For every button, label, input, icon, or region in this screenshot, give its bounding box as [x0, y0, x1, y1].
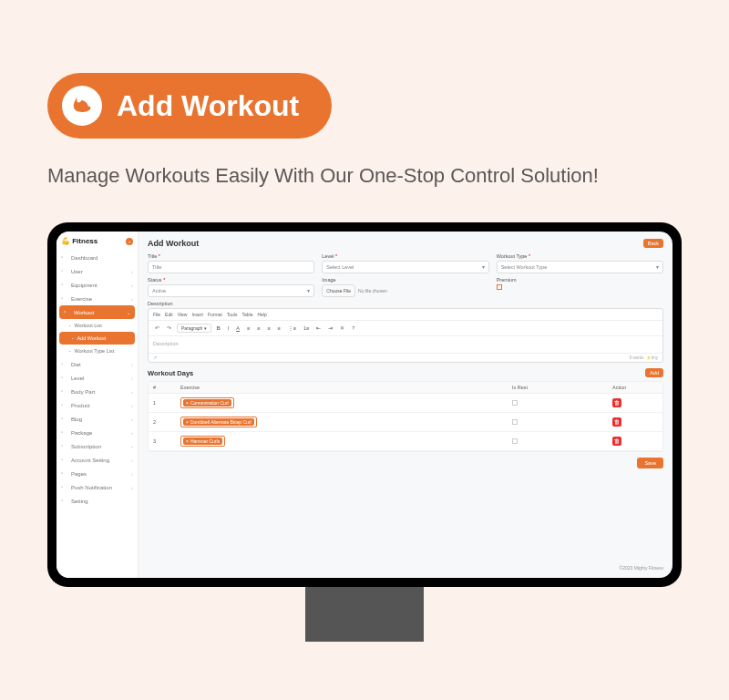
sidebar-item-account-setting[interactable]: ▫Account Setting›	[56, 453, 138, 467]
sidebar-item-product[interactable]: ▫Product›	[56, 398, 138, 412]
workout-type-select[interactable]: Select Workout Type▾	[497, 261, 663, 273]
sidebar-item-label: Blog	[71, 417, 82, 422]
pages-icon: ▫	[61, 470, 67, 477]
sidebar-item-workout-list[interactable]: •Workout List	[56, 319, 138, 332]
align-left-icon[interactable]: ≡	[245, 324, 252, 332]
menu-table[interactable]: Table	[241, 312, 252, 317]
bullet-list-icon[interactable]: ⋮≡	[286, 324, 298, 332]
account-icon: ▫	[61, 457, 67, 463]
sidebar-item-push-notification[interactable]: ▫Push Notification›	[56, 480, 138, 494]
sidebar-item-workout-type-list[interactable]: •Workout Type List	[56, 345, 138, 357]
sidebar-item-diet[interactable]: ▫Diet›	[56, 357, 138, 371]
sidebar-item-body-part[interactable]: ▫Body Part›	[56, 385, 138, 398]
status-select[interactable]: Active▾	[148, 284, 314, 297]
exercise-tag-input[interactable]: × Dumbbell Alternate Bicep Curl	[180, 417, 257, 427]
save-button[interactable]: Save	[637, 458, 663, 468]
undo-icon[interactable]: ↶	[153, 324, 161, 332]
outdent-icon[interactable]: ⇤	[314, 324, 323, 332]
menu-insert[interactable]: Insert	[191, 312, 203, 317]
tag-remove-icon[interactable]: ×	[186, 419, 189, 425]
sidebar-item-label: Product	[71, 403, 90, 408]
paragraph-select[interactable]: Paragraph ▾	[177, 324, 211, 333]
bullet-icon: •	[72, 336, 73, 341]
sidebar-item-label: Package	[71, 430, 92, 436]
tag-remove-icon[interactable]: ×	[186, 400, 189, 406]
align-justify-icon[interactable]: ≡	[276, 324, 282, 332]
sidebar-item-level[interactable]: ▫Level›	[56, 371, 138, 385]
menu-format[interactable]: Format	[208, 312, 222, 317]
exercise-tag-input[interactable]: × Concentration Curl	[180, 397, 234, 408]
sidebar-item-exercise[interactable]: ▫Exercise›	[56, 292, 138, 305]
hero-title: Add Workout	[117, 89, 299, 123]
monitor-frame: 💪 Fitness ‹ ▫Dashboard▫User›▫Equipment›▫…	[47, 222, 682, 587]
sidebar-item-blog[interactable]: ▫Blog›	[56, 412, 138, 426]
delete-row-button[interactable]: 🗑	[612, 398, 621, 407]
back-button[interactable]: Back	[643, 239, 663, 248]
sidebar-item-workout[interactable]: ▫Workout⌄	[59, 305, 135, 319]
help-icon[interactable]: ?	[350, 324, 356, 332]
tiny-brand: tiny	[652, 355, 658, 360]
number-list-icon[interactable]: 1≡	[302, 324, 311, 332]
sidebar-collapse-icon[interactable]: ‹	[126, 238, 133, 245]
level-select[interactable]: Select Level▾	[322, 261, 488, 273]
menu-file[interactable]: File	[153, 312, 160, 317]
flex-arm-icon	[62, 86, 102, 126]
sidebar-item-label: Diet	[71, 362, 81, 367]
add-day-button[interactable]: Add	[645, 368, 663, 377]
menu-view[interactable]: View	[178, 312, 188, 317]
exercise-tag[interactable]: × Hammer Curls	[183, 438, 222, 445]
menu-tools[interactable]: Tools	[227, 312, 238, 317]
sidebar-item-label: Workout	[74, 310, 94, 315]
align-center-icon[interactable]: ≡	[255, 324, 262, 332]
editor-toolbar[interactable]: ↶ ↷ Paragraph ▾ B I A ≡ ≡ ≡ ≡ ⋮≡ 1≡ ⇤ ⇥ …	[149, 321, 662, 336]
editor-textarea[interactable]: Description	[149, 336, 662, 353]
sidebar-item-package[interactable]: ▫Package›	[56, 426, 138, 439]
row-number: 2	[153, 419, 180, 425]
title-input[interactable]: Title	[148, 261, 314, 273]
table-row: 3× Hammer Curls🗑	[149, 432, 662, 451]
isrest-checkbox[interactable]	[512, 400, 518, 406]
col-exercise: Exercise	[180, 385, 512, 390]
sidebar-item-pages[interactable]: ▫Pages›	[56, 467, 138, 480]
sidebar-item-label: Account Setting	[71, 458, 109, 463]
sidebar-item-equipment[interactable]: ▫Equipment›	[56, 278, 138, 292]
redo-icon[interactable]: ↷	[165, 324, 173, 332]
sidebar-item-label: Level	[71, 376, 84, 381]
chevron-icon: ⌄	[127, 310, 130, 315]
menu-help[interactable]: Help	[257, 312, 266, 317]
premium-checkbox[interactable]	[497, 284, 502, 290]
sidebar-item-setting[interactable]: ▫Setting	[56, 494, 138, 508]
sidebar-item-subscription[interactable]: ▫Subscription›	[56, 439, 138, 453]
isrest-checkbox[interactable]	[512, 438, 518, 444]
row-number: 3	[153, 438, 180, 444]
chevron-icon: ›	[131, 403, 133, 408]
app-logo: 💪 Fitness ‹	[56, 232, 138, 251]
sidebar-item-label: Pages	[71, 471, 87, 477]
indent-icon[interactable]: ⇥	[326, 324, 334, 332]
align-right-icon[interactable]: ≡	[265, 324, 272, 332]
page-title: Add Workout	[148, 239, 199, 248]
delete-row-button[interactable]: 🗑	[612, 437, 621, 446]
exercise-tag[interactable]: × Dumbbell Alternate Bicep Curl	[183, 418, 254, 426]
bold-icon[interactable]: B	[215, 324, 222, 332]
subscription-icon: ▫	[61, 443, 67, 449]
menu-edit[interactable]: Edit	[165, 312, 173, 317]
italic-icon[interactable]: I	[226, 324, 231, 332]
clear-format-icon[interactable]: ✕	[338, 324, 346, 332]
package-icon: ▫	[61, 429, 67, 436]
exercise-tag[interactable]: × Concentration Curl	[183, 399, 231, 407]
editor-resize-icon[interactable]: ↗	[153, 355, 157, 360]
choose-file-button[interactable]: Choose File	[322, 284, 355, 297]
chevron-icon: ›	[131, 417, 133, 422]
delete-row-button[interactable]: 🗑	[612, 417, 621, 427]
sidebar-item-user[interactable]: ▫User›	[56, 264, 138, 278]
exercise-tag-input[interactable]: × Hammer Curls	[180, 436, 225, 447]
sidebar-item-dashboard[interactable]: ▫Dashboard	[56, 251, 138, 264]
sidebar-item-add-workout[interactable]: •Add Workout	[59, 332, 135, 345]
editor-menubar[interactable]: FileEditViewInsertFormatToolsTableHelp	[149, 309, 662, 321]
image-label: Image	[322, 277, 488, 283]
color-icon[interactable]: A	[234, 324, 241, 332]
col-isrest: Is Rest	[512, 385, 612, 390]
isrest-checkbox[interactable]	[512, 419, 518, 425]
tag-remove-icon[interactable]: ×	[186, 438, 189, 444]
